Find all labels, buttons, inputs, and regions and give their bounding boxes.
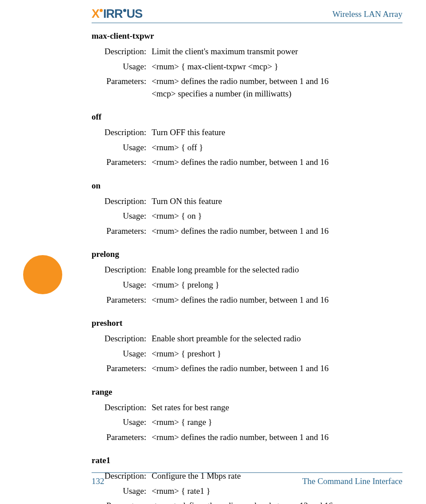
label-usage: Usage: bbox=[92, 279, 152, 291]
value-description: Limit the client's maximum transmit powe… bbox=[152, 45, 402, 58]
value-parameters: <rnum> defines the radio number, between… bbox=[152, 362, 402, 375]
value-parameters: <rnum> defines the radio number, between… bbox=[152, 431, 402, 444]
value-parameters: <rnum> defines the radio number, between… bbox=[152, 225, 402, 237]
value-parameters: <rnum> defines the radio number, between… bbox=[152, 75, 402, 100]
definition-row: Parameters: <rnum> defines the radio num… bbox=[92, 75, 402, 100]
value-description: Enable short preamble for the selected r… bbox=[152, 332, 402, 345]
page-footer: 132 The Command Line Interface bbox=[92, 472, 402, 486]
label-parameters: Parameters: bbox=[92, 294, 152, 306]
command-name: preshort bbox=[92, 318, 402, 328]
command-name: range bbox=[92, 387, 402, 397]
value-usage: <rnum> { on } bbox=[152, 210, 402, 222]
definition-row: Usage: <rnum> { on } bbox=[92, 210, 402, 222]
value-usage: <rnum> { max-client-txpwr <mcp> } bbox=[152, 60, 402, 73]
label-description: Description: bbox=[92, 332, 152, 345]
label-parameters: Parameters: bbox=[92, 362, 152, 375]
label-usage: Usage: bbox=[92, 348, 152, 360]
value-usage: <rnum> { prelong } bbox=[152, 279, 402, 291]
label-parameters: Parameters: bbox=[92, 431, 152, 444]
command-name: max-client-txpwr bbox=[92, 31, 402, 41]
label-description: Description: bbox=[92, 264, 152, 276]
label-description: Description: bbox=[92, 401, 152, 414]
command-block: preshort Description: Enable short pream… bbox=[92, 318, 402, 375]
value-description: Enable long preamble for the selected ra… bbox=[152, 264, 402, 276]
content-area: max-client-txpwr Description: Limit the … bbox=[92, 31, 402, 504]
definition-row: Usage: <rnum> { rate1 } bbox=[92, 485, 402, 497]
value-usage: <rnum> { range } bbox=[152, 416, 402, 428]
definition-row: Parameters: <rnum> defines the radio num… bbox=[92, 500, 402, 504]
definition-row: Parameters: <rnum> defines the radio num… bbox=[92, 156, 402, 168]
label-usage: Usage: bbox=[92, 210, 152, 222]
command-block: on Description: Turn ON this feature Usa… bbox=[92, 181, 402, 237]
command-name: prelong bbox=[92, 249, 402, 259]
label-parameters: Parameters: bbox=[92, 156, 152, 168]
definition-row: Description: Enable short preamble for t… bbox=[92, 332, 402, 345]
definition-row: Description: Limit the client's maximum … bbox=[92, 45, 402, 58]
definition-row: Parameters: <rnum> defines the radio num… bbox=[92, 225, 402, 237]
definition-row: Usage: <rnum> { preshort } bbox=[92, 348, 402, 360]
label-usage: Usage: bbox=[92, 141, 152, 154]
definition-row: Description: Turn OFF this feature bbox=[92, 126, 402, 139]
definition-row: Usage: <rnum> { off } bbox=[92, 141, 402, 154]
page-number: 132 bbox=[92, 476, 104, 486]
definition-row: Usage: <rnum> { max-client-txpwr <mcp> } bbox=[92, 60, 402, 73]
section-title: The Command Line Interface bbox=[302, 476, 402, 486]
command-name: rate1 bbox=[92, 456, 402, 465]
command-name: off bbox=[92, 112, 402, 122]
definition-row: Parameters: <rnum> defines the radio num… bbox=[92, 362, 402, 375]
command-block: off Description: Turn OFF this feature U… bbox=[92, 112, 402, 168]
value-usage: <rnum> { preshort } bbox=[152, 348, 402, 360]
definition-row: Usage: <rnum> { range } bbox=[92, 416, 402, 428]
command-block: prelong Description: Enable long preambl… bbox=[92, 249, 402, 306]
definition-row: Parameters: <rnum> defines the radio num… bbox=[92, 431, 402, 444]
definition-row: Description: Enable long preamble for th… bbox=[92, 264, 402, 276]
decorative-circle bbox=[23, 255, 62, 294]
label-parameters: Parameters: bbox=[92, 225, 152, 237]
label-description: Description: bbox=[92, 126, 152, 139]
value-description: Turn ON this feature bbox=[152, 195, 402, 208]
label-usage: Usage: bbox=[92, 416, 152, 428]
value-description: Turn OFF this feature bbox=[152, 126, 402, 139]
label-parameters: Parameters: bbox=[92, 500, 152, 504]
label-description: Description: bbox=[92, 45, 152, 58]
value-description: Set rates for best range bbox=[152, 401, 402, 414]
label-usage: Usage: bbox=[92, 485, 152, 497]
definition-row: Description: Turn ON this feature bbox=[92, 195, 402, 208]
value-usage: <rnum> { off } bbox=[152, 141, 402, 154]
value-usage: <rnum> { rate1 } bbox=[152, 485, 402, 497]
value-parameters: <rnum> defines the radio number, between… bbox=[152, 156, 402, 168]
label-usage: Usage: bbox=[92, 60, 152, 73]
definition-row: Description: Set rates for best range bbox=[92, 401, 402, 414]
value-parameters: <rnum> defines the radio number, between… bbox=[152, 294, 402, 306]
command-name: on bbox=[92, 181, 402, 191]
label-description: Description: bbox=[92, 195, 152, 208]
page-header: XIRRUS Wireless LAN Array bbox=[92, 8, 402, 23]
definition-row: Parameters: <rnum> defines the radio num… bbox=[92, 294, 402, 306]
command-block: range Description: Set rates for best ra… bbox=[92, 387, 402, 444]
definition-row: Usage: <rnum> { prelong } bbox=[92, 279, 402, 291]
header-title: Wireless LAN Array bbox=[332, 9, 402, 19]
command-block: max-client-txpwr Description: Limit the … bbox=[92, 31, 402, 100]
value-parameters: <rnum> defines the radio number, between… bbox=[152, 500, 402, 504]
xirrus-logo: XIRRUS bbox=[92, 7, 142, 21]
label-parameters: Parameters: bbox=[92, 75, 152, 100]
